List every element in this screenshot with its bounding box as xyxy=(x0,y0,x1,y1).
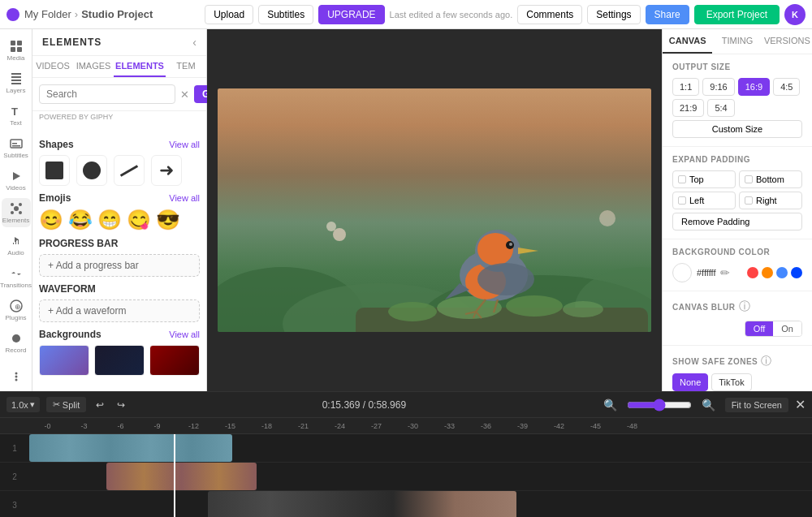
expand-padding-section: EXPAND PADDING Top Bottom Left Right xyxy=(663,147,812,239)
background-thumb-1[interactable] xyxy=(39,345,89,376)
emoji-2[interactable]: 😁 xyxy=(97,209,122,231)
upload-button[interactable]: Upload xyxy=(205,5,253,24)
color-swatch-1[interactable] xyxy=(762,267,773,278)
more-icon-btn[interactable] xyxy=(2,362,31,391)
tab-images[interactable]: IMAGES xyxy=(73,56,114,77)
safe-zone-tiktok[interactable]: TikTok xyxy=(711,373,751,391)
emojis-view-all[interactable]: View all xyxy=(169,193,200,203)
backgrounds-view-all[interactable]: View all xyxy=(169,330,200,339)
ruler-0: -0 xyxy=(29,422,66,430)
shape-circle[interactable] xyxy=(76,155,107,186)
tab-elements[interactable]: ELEMENTS xyxy=(114,56,166,77)
ruler-9: -27 xyxy=(358,422,395,430)
subtitles-button[interactable]: Subtitles xyxy=(258,5,313,24)
safe-zone-none[interactable]: None xyxy=(672,373,708,391)
comments-button[interactable]: Comments xyxy=(517,5,582,24)
emoji-3[interactable]: 😋 xyxy=(127,209,151,231)
shape-line[interactable] xyxy=(114,155,145,186)
share-button[interactable]: Share xyxy=(646,5,689,24)
media-icon-btn[interactable]: Media xyxy=(2,36,31,65)
ruler-14: -42 xyxy=(541,422,577,430)
zoom-slider[interactable] xyxy=(627,399,692,411)
tab-canvas[interactable]: CANVAS xyxy=(663,29,712,54)
audio-icon-btn[interactable]: Audio xyxy=(2,230,31,260)
backgrounds-section-header: Backgrounds View all xyxy=(39,329,200,340)
size-16-9[interactable]: 16:9 xyxy=(738,78,770,96)
tab-timing[interactable]: TIMING xyxy=(712,29,762,54)
ruler-11: -33 xyxy=(431,422,468,430)
search-input[interactable] xyxy=(39,84,175,104)
upgrade-button[interactable]: UPGRADE xyxy=(318,5,384,24)
transitions-icon-btn[interactable]: Transitions xyxy=(2,263,31,292)
shape-square[interactable] xyxy=(39,155,70,186)
safe-zones-label: SHOW SAFE ZONES xyxy=(672,357,758,366)
tab-versions[interactable]: VERSIONS xyxy=(762,29,812,54)
zoom-in-icon[interactable]: 🔍 xyxy=(698,397,719,413)
emoji-1[interactable]: 😂 xyxy=(68,209,93,231)
clear-search-icon[interactable]: ✕ xyxy=(180,88,189,101)
clip-bird[interactable] xyxy=(29,434,232,462)
tab-templates[interactable]: TEM xyxy=(166,56,206,77)
video-preview[interactable] xyxy=(218,88,651,332)
zoom-out-icon[interactable]: 🔍 xyxy=(600,397,620,413)
canvas-blur-info-icon[interactable]: ⓘ xyxy=(739,299,750,314)
add-progress-bar-button[interactable]: + Add a progress bar xyxy=(39,254,200,277)
videos-icon-btn[interactable]: Videos xyxy=(2,166,31,195)
size-1-1[interactable]: 1:1 xyxy=(672,78,699,96)
size-5-4[interactable]: 5:4 xyxy=(707,99,734,117)
canvas-blur-toggle-row: Off On xyxy=(672,321,802,337)
settings-button[interactable]: Settings xyxy=(587,5,640,24)
edit-color-icon[interactable]: ✏ xyxy=(720,266,730,279)
size-4-5[interactable]: 4:5 xyxy=(773,78,800,96)
panel-collapse-button[interactable]: ‹ xyxy=(192,36,197,49)
clip-parrot[interactable] xyxy=(106,463,257,490)
blur-on-option[interactable]: On xyxy=(773,321,801,336)
shape-arrow[interactable]: ➜ xyxy=(151,155,182,186)
padding-right-checkbox xyxy=(745,196,753,205)
panel-tabs: VIDEOS IMAGES ELEMENTS TEM xyxy=(32,56,206,78)
elements-icon-btn[interactable]: Elements xyxy=(2,198,31,227)
color-preview[interactable] xyxy=(672,263,692,282)
shapes-title: Shapes xyxy=(39,139,74,150)
color-swatch-2[interactable] xyxy=(776,267,788,278)
tab-videos[interactable]: VIDEOS xyxy=(32,56,73,77)
folder-name[interactable]: My Folder xyxy=(24,8,71,20)
safe-zones-info-icon[interactable]: ⓘ xyxy=(761,354,771,368)
padding-bottom-button[interactable]: Bottom xyxy=(739,170,802,188)
close-timeline-button[interactable]: ✕ xyxy=(795,397,806,412)
safe-zones-options: None TikTok Youtube Shorts Instagram Ree… xyxy=(672,373,802,391)
padding-top-button[interactable]: Top xyxy=(672,170,736,188)
export-button[interactable]: Export Project xyxy=(694,5,780,24)
layers-icon-btn[interactable]: Layers xyxy=(2,68,31,97)
subtitles-icon-btn[interactable]: Subtitles xyxy=(2,133,31,162)
padding-right-button[interactable]: Right xyxy=(739,192,802,209)
svg-point-13 xyxy=(14,206,19,211)
ruler-3: -9 xyxy=(139,422,175,430)
track-3-label: 3 xyxy=(0,501,29,510)
project-name[interactable]: Studio Project xyxy=(81,8,153,20)
add-waveform-button[interactable]: + Add a waveform xyxy=(39,299,200,322)
emoji-0[interactable]: 😊 xyxy=(39,209,63,231)
background-thumb-2[interactable] xyxy=(94,345,145,376)
speed-button[interactable]: 1.0x ▾ xyxy=(6,397,40,412)
panel-header: ELEMENTS ‹ xyxy=(32,29,206,56)
background-thumb-3[interactable] xyxy=(149,345,200,376)
undo-button[interactable]: ↩ xyxy=(93,398,107,412)
color-swatch-0[interactable] xyxy=(747,267,758,278)
fit-to-screen-button[interactable]: Fit to Screen xyxy=(725,398,788,412)
redo-button[interactable]: ↪ xyxy=(114,398,128,412)
shapes-view-all[interactable]: View all xyxy=(169,140,200,149)
record-icon-btn[interactable]: Record xyxy=(2,328,31,357)
custom-size-button[interactable]: Custom Size xyxy=(672,120,802,138)
color-swatch-3[interactable] xyxy=(791,267,802,278)
remove-padding-button[interactable]: Remove Padding xyxy=(672,213,802,230)
emoji-4[interactable]: 😎 xyxy=(156,209,180,231)
plugins-icon-btn[interactable]: ⊕ Plugins xyxy=(2,295,31,325)
blur-off-option[interactable]: Off xyxy=(745,321,773,336)
size-9-16[interactable]: 9:16 xyxy=(702,78,734,96)
clip-dark[interactable] xyxy=(208,491,516,517)
split-button[interactable]: ✂ Split xyxy=(46,397,86,412)
size-21-9[interactable]: 21:9 xyxy=(672,99,704,117)
text-icon-btn[interactable]: T Text xyxy=(2,101,31,130)
padding-left-button[interactable]: Left xyxy=(672,192,736,209)
